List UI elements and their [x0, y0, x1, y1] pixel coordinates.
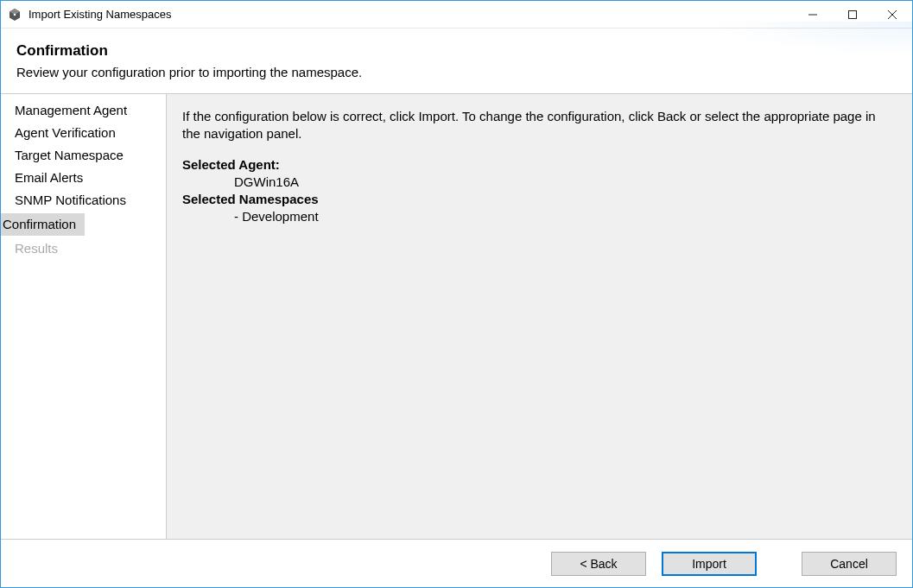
wizard-header: Confirmation Review your configuration p…	[1, 28, 912, 94]
sidebar-item-target-namespace[interactable]: Target Namespace	[1, 144, 166, 167]
minimize-button[interactable]	[793, 1, 833, 28]
sidebar-item-confirmation-label: Confirmation	[1, 213, 85, 236]
sidebar-item-results: Results	[1, 237, 166, 260]
cancel-button[interactable]: Cancel	[802, 552, 897, 576]
back-button[interactable]: < Back	[551, 552, 646, 576]
svg-line-6	[888, 10, 897, 19]
wizard-window: Import Existing Namespaces Confirmation …	[0, 0, 913, 588]
sidebar-item-confirmation[interactable]: Confirmation	[1, 212, 166, 237]
page-title: Confirmation	[16, 42, 897, 60]
wizard-content: If the configuration below is correct, c…	[167, 94, 912, 539]
sidebar-item-snmp-notifications[interactable]: SNMP Notifications	[1, 189, 166, 212]
wizard-footer: < Back Import Cancel	[1, 539, 912, 587]
sidebar-item-management-agent[interactable]: Management Agent	[1, 99, 166, 122]
selected-agent-value: DGWin16A	[234, 174, 897, 191]
wizard-sidebar: Management Agent Agent Verification Targ…	[1, 94, 167, 539]
import-button[interactable]: Import	[662, 552, 757, 576]
svg-line-5	[888, 10, 897, 19]
selected-namespaces-label: Selected Namespaces	[182, 191, 897, 208]
selected-agent-label: Selected Agent:	[182, 156, 897, 174]
sidebar-item-email-alerts[interactable]: Email Alerts	[1, 167, 166, 189]
maximize-button[interactable]	[833, 1, 872, 28]
app-icon	[8, 8, 22, 22]
svg-rect-4	[849, 10, 857, 18]
instruction-text: If the configuration below is correct, c…	[182, 108, 897, 142]
sidebar-item-agent-verification[interactable]: Agent Verification	[1, 122, 166, 144]
window-controls	[793, 1, 912, 28]
close-button[interactable]	[872, 1, 912, 28]
titlebar: Import Existing Namespaces	[1, 1, 912, 28]
svg-point-2	[14, 13, 16, 16]
page-description: Review your configuration prior to impor…	[16, 65, 897, 79]
namespace-item: - Development	[234, 208, 897, 225]
window-title: Import Existing Namespaces	[29, 8, 793, 21]
wizard-body: Management Agent Agent Verification Targ…	[1, 94, 912, 539]
